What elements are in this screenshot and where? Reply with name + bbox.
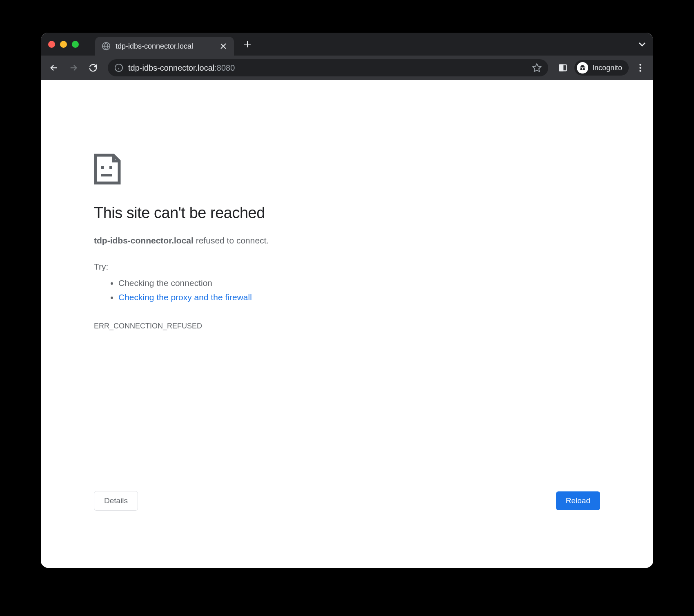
page-content: This site can't be reached tdp-idbs-conn…: [41, 80, 653, 568]
reload-icon: [89, 63, 98, 72]
browser-tab[interactable]: tdp-idbs-connector.local: [95, 37, 234, 56]
suggestion-link-text: Checking the proxy and the firewall: [118, 292, 252, 302]
arrow-left-icon: [49, 63, 58, 72]
bookmark-star-icon[interactable]: [532, 63, 542, 73]
tab-title: tdp-idbs-connector.local: [116, 42, 214, 51]
suggestion-text: Checking the connection: [118, 278, 212, 288]
window-controls: [48, 41, 79, 48]
reload-toolbar-button[interactable]: [85, 60, 101, 76]
error-message: tdp-idbs-connector.local refused to conn…: [94, 234, 600, 247]
svg-rect-18: [101, 166, 104, 169]
details-button[interactable]: Details: [94, 491, 138, 511]
browser-window: tdp-idbs-connector.local tdp-idbs-connec…: [41, 33, 653, 568]
window-maximize-button[interactable]: [72, 41, 79, 48]
tabs-dropdown-button[interactable]: [638, 40, 646, 49]
address-bar[interactable]: tdp-idbs-connector.local:8080: [108, 59, 548, 76]
svg-rect-19: [109, 166, 112, 169]
plus-icon: [244, 40, 251, 48]
window-minimize-button[interactable]: [60, 41, 67, 48]
toolbar: tdp-idbs-connector.local:8080 Incognito: [41, 56, 653, 80]
close-icon: [220, 43, 226, 49]
window-close-button[interactable]: [48, 41, 55, 48]
info-icon: [114, 63, 123, 72]
url-text: tdp-idbs-connector.local:8080: [128, 63, 527, 73]
dots-vertical-icon: [639, 64, 641, 72]
incognito-label: Incognito: [592, 64, 622, 72]
side-panel-button[interactable]: [555, 60, 571, 76]
svg-rect-20: [101, 174, 112, 176]
svg-point-15: [639, 64, 641, 65]
title-bar: tdp-idbs-connector.local: [41, 33, 653, 56]
globe-icon: [102, 42, 111, 51]
error-message-suffix: refused to connect.: [194, 236, 269, 245]
sad-page-icon: [94, 154, 121, 185]
svg-rect-14: [560, 65, 563, 71]
svg-point-16: [639, 67, 641, 69]
url-port: :8080: [214, 63, 235, 72]
error-host: tdp-idbs-connector.local: [94, 236, 194, 245]
svg-marker-11: [533, 64, 541, 71]
reload-button[interactable]: Reload: [556, 491, 600, 510]
error-title: This site can't be reached: [94, 204, 600, 222]
incognito-icon: [577, 62, 588, 74]
new-tab-button[interactable]: [241, 40, 254, 48]
incognito-badge[interactable]: Incognito: [574, 60, 629, 76]
suggestion-item-link[interactable]: Checking the proxy and the firewall: [118, 290, 600, 305]
url-host: tdp-idbs-connector.local: [128, 63, 214, 72]
tab-close-button[interactable]: [219, 42, 227, 50]
button-row: Details Reload: [94, 491, 600, 543]
arrow-right-icon: [69, 63, 78, 72]
forward-button[interactable]: [65, 60, 82, 76]
suggestion-item: Checking the connection: [118, 276, 600, 290]
suggestions-list: Checking the connection Checking the pro…: [94, 276, 600, 305]
back-button[interactable]: [46, 60, 62, 76]
try-label: Try:: [94, 262, 600, 272]
panel-icon: [558, 63, 567, 72]
browser-menu-button[interactable]: [632, 60, 648, 76]
chevron-down-icon: [638, 42, 646, 47]
svg-point-17: [639, 70, 641, 71]
error-code: ERR_CONNECTION_REFUSED: [94, 322, 600, 330]
